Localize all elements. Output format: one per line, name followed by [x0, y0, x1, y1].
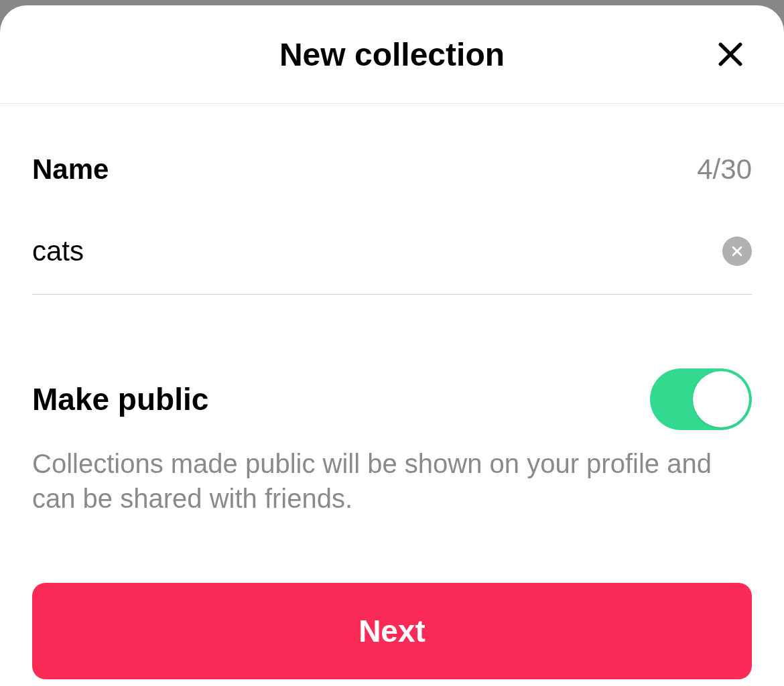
modal-content: Name 4/30 Make public Collec [0, 104, 784, 516]
name-input[interactable] [32, 235, 722, 267]
modal-title: New collection [279, 36, 505, 73]
next-button[interactable]: Next [32, 583, 752, 679]
close-icon [716, 40, 745, 69]
public-toggle[interactable] [650, 368, 752, 430]
name-header: Name 4/30 [32, 153, 752, 186]
clear-icon [730, 245, 744, 258]
name-input-row [32, 235, 752, 295]
modal-header: New collection [0, 5, 784, 104]
public-header: Make public [32, 368, 752, 430]
new-collection-modal: New collection Name 4/30 [0, 5, 784, 686]
public-description: Collections made public will be shown on… [32, 446, 752, 516]
char-count: 4/30 [697, 153, 752, 186]
toggle-knob [693, 371, 749, 427]
clear-input-button[interactable] [722, 236, 752, 266]
public-section: Make public Collections made public will… [32, 368, 752, 516]
name-label: Name [32, 153, 109, 186]
close-button[interactable] [714, 38, 746, 70]
public-label: Make public [32, 381, 208, 417]
name-section: Name 4/30 [32, 104, 752, 295]
